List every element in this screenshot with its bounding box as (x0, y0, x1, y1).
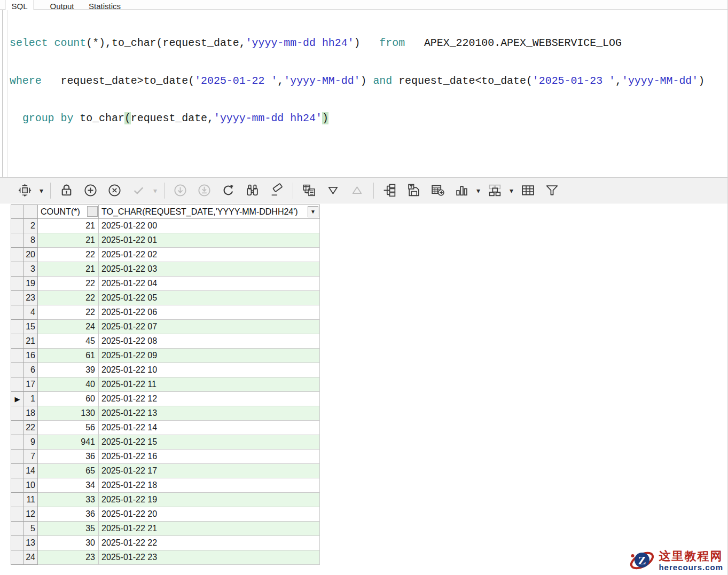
row-indicator-cell[interactable] (11, 507, 24, 522)
count-cell[interactable]: 130 (38, 406, 99, 421)
row-number-cell[interactable]: 10 (24, 478, 38, 493)
row-number-cell[interactable]: 18 (24, 406, 38, 421)
row-indicator-cell[interactable]: ▶ (11, 392, 24, 406)
count-cell[interactable]: 33 (38, 493, 99, 507)
tab-statistics[interactable]: Statistics (84, 0, 125, 10)
row-indicator-cell[interactable] (11, 421, 24, 435)
row-indicator-cell[interactable] (11, 277, 24, 291)
row-number-cell[interactable]: 16 (24, 349, 38, 363)
row-number-cell[interactable]: 4 (24, 305, 38, 320)
sql-code[interactable]: select count(*),to_char(request_date,'yy… (10, 12, 704, 150)
count-cell[interactable]: 65 (38, 464, 99, 478)
count-column-header[interactable]: COUNT(*) (38, 205, 99, 219)
dropdown-caret-icon[interactable]: ▾ (474, 180, 483, 201)
row-number-cell[interactable]: 23 (24, 291, 38, 305)
row-number-cell[interactable]: 12 (24, 507, 38, 522)
row-number-cell[interactable]: 9 (24, 435, 38, 450)
row-number-cell[interactable]: 2 (24, 219, 38, 233)
row-number-column-header[interactable] (24, 205, 38, 219)
filter-button[interactable] (540, 180, 564, 201)
show-grid-button[interactable] (516, 180, 540, 201)
export-grid-button[interactable] (426, 180, 450, 201)
date-cell[interactable]: 2025-01-22 14 (99, 421, 320, 435)
date-cell[interactable]: 2025-01-22 16 (99, 450, 320, 464)
row-indicator-cell[interactable] (11, 349, 24, 363)
count-cell[interactable]: 39 (38, 363, 99, 377)
row-number-cell[interactable]: 6 (24, 363, 38, 377)
row-number-cell[interactable]: 13 (24, 536, 38, 550)
row-indicator-cell[interactable] (11, 493, 24, 507)
row-number-cell[interactable]: 8 (24, 233, 38, 248)
count-cell[interactable]: 36 (38, 450, 99, 464)
export-save-button[interactable] (402, 180, 426, 201)
date-cell[interactable]: 2025-01-22 02 (99, 248, 320, 262)
date-cell[interactable]: 2025-01-22 20 (99, 507, 320, 522)
date-cell[interactable]: 2025-01-22 10 (99, 363, 320, 377)
row-number-cell[interactable]: 19 (24, 277, 38, 291)
tab-sql[interactable]: SQL (5, 0, 34, 10)
count-cell[interactable]: 21 (38, 262, 99, 277)
row-indicator-cell[interactable] (11, 305, 24, 320)
row-number-cell[interactable]: 5 (24, 522, 38, 536)
single-record-view-button[interactable] (297, 180, 321, 201)
date-cell[interactable]: 2025-01-22 08 (99, 334, 320, 349)
count-cell[interactable]: 45 (38, 334, 99, 349)
date-cell[interactable]: 2025-01-22 21 (99, 522, 320, 536)
count-cell[interactable]: 21 (38, 233, 99, 248)
count-cell[interactable]: 21 (38, 219, 99, 233)
row-indicator-cell[interactable] (11, 464, 24, 478)
row-number-cell[interactable]: 1 (24, 392, 38, 406)
row-indicator-cell[interactable] (11, 522, 24, 536)
count-cell[interactable]: 23 (38, 550, 99, 565)
count-cell[interactable]: 22 (38, 248, 99, 262)
dropdown-caret-icon[interactable]: ▾ (507, 180, 516, 201)
row-number-cell[interactable]: 7 (24, 450, 38, 464)
lock-button[interactable] (54, 180, 79, 201)
dropdown-caret-icon[interactable]: ▾ (37, 180, 46, 201)
row-indicator-cell[interactable] (11, 406, 24, 421)
tab-output[interactable]: Output (45, 0, 79, 10)
count-cell[interactable]: 36 (38, 507, 99, 522)
chart-button[interactable] (450, 180, 474, 201)
date-cell[interactable]: 2025-01-22 03 (99, 262, 320, 277)
sql-editor[interactable]: select count(*),to_char(request_date,'yy… (0, 10, 727, 177)
date-cell[interactable]: 2025-01-22 22 (99, 536, 320, 550)
date-cell[interactable]: 2025-01-22 01 (99, 233, 320, 248)
row-indicator-cell[interactable] (11, 233, 24, 248)
count-cell[interactable]: 34 (38, 478, 99, 493)
count-cell[interactable]: 61 (38, 349, 99, 363)
row-number-cell[interactable]: 21 (24, 334, 38, 349)
date-cell[interactable]: 2025-01-22 18 (99, 478, 320, 493)
row-indicator-cell[interactable] (11, 450, 24, 464)
count-cell[interactable]: 22 (38, 277, 99, 291)
row-indicator-cell[interactable] (11, 248, 24, 262)
row-indicator-cell[interactable] (11, 550, 24, 565)
find-button[interactable] (240, 180, 264, 201)
date-cell[interactable]: 2025-01-22 04 (99, 277, 320, 291)
date-cell[interactable]: 2025-01-22 00 (99, 219, 320, 233)
row-indicator-cell[interactable] (11, 435, 24, 450)
count-cell[interactable]: 40 (38, 377, 99, 392)
row-indicator-cell[interactable] (11, 320, 24, 334)
row-number-cell[interactable]: 14 (24, 464, 38, 478)
row-number-cell[interactable]: 11 (24, 493, 38, 507)
row-indicator-cell[interactable] (11, 291, 24, 305)
date-cell[interactable]: 2025-01-22 13 (99, 406, 320, 421)
count-cell[interactable]: 22 (38, 305, 99, 320)
row-number-cell[interactable]: 24 (24, 550, 38, 565)
layout-grid-button[interactable] (483, 180, 507, 201)
sort-desc-button[interactable] (321, 180, 345, 201)
date-cell[interactable]: 2025-01-22 09 (99, 349, 320, 363)
row-indicator-cell[interactable] (11, 363, 24, 377)
row-number-cell[interactable]: 20 (24, 248, 38, 262)
date-column-header[interactable]: TO_CHAR(REQUEST_DATE,'YYYY-MM-DDHH24') ▼ (99, 205, 320, 219)
column-filter-dropdown-icon[interactable]: ▼ (308, 206, 318, 217)
count-cell[interactable]: 56 (38, 421, 99, 435)
date-cell[interactable]: 2025-01-22 06 (99, 305, 320, 320)
row-indicator-cell[interactable] (11, 219, 24, 233)
date-cell[interactable]: 2025-01-22 23 (99, 550, 320, 565)
row-indicator-cell[interactable] (11, 536, 24, 550)
count-cell[interactable]: 35 (38, 522, 99, 536)
delete-record-button[interactable] (103, 180, 127, 201)
row-indicator-cell[interactable] (11, 478, 24, 493)
